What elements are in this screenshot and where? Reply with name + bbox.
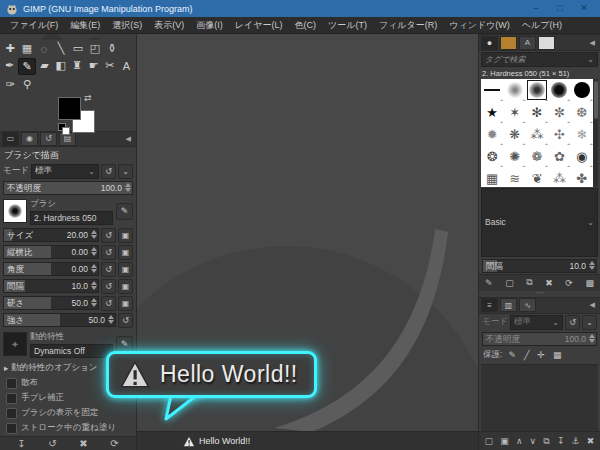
- tablet-link-icon[interactable]: ▣: [118, 296, 133, 311]
- brush-item[interactable]: ❦: [526, 167, 548, 187]
- brush-name-field[interactable]: 2. Hardness 050: [30, 211, 113, 225]
- maximize-button[interactable]: □: [548, 0, 572, 17]
- mode-dropdown[interactable]: 標準 ⌄: [31, 164, 99, 179]
- reset-icon[interactable]: ↺: [101, 279, 116, 294]
- edit-dynamics-icon[interactable]: ✎: [116, 336, 133, 353]
- eraser-tool[interactable]: ▰: [37, 58, 52, 73]
- tool-options-tab[interactable]: ▭: [2, 132, 19, 146]
- brush-item[interactable]: [481, 79, 503, 101]
- mode-reset-button[interactable]: ↺: [101, 164, 116, 179]
- option-checkbox[interactable]: ストローク中の重ね塗り: [0, 421, 136, 436]
- brush-item[interactable]: ❁: [526, 145, 548, 167]
- edit-brush-icon[interactable]: ✎: [116, 203, 133, 220]
- text-tool[interactable]: A: [119, 58, 134, 73]
- checkbox-box[interactable]: [6, 378, 17, 389]
- dock-menu-button[interactable]: ◀: [587, 39, 598, 47]
- tablet-link-icon[interactable]: ▣: [118, 228, 133, 243]
- spinner[interactable]: [125, 183, 131, 192]
- reset-icon[interactable]: ↺: [101, 262, 116, 277]
- lock-pixels-button[interactable]: ✎: [508, 350, 516, 360]
- lock-position-button[interactable]: ╱: [524, 350, 529, 360]
- menu-item[interactable]: フィルター(R): [373, 17, 443, 33]
- menu-item[interactable]: ヘルプ(H): [516, 17, 568, 33]
- layer-opacity-slider[interactable]: 不透明度 100.0: [482, 332, 597, 346]
- spinner[interactable]: [91, 264, 97, 273]
- refresh-brushes-button[interactable]: ⟳: [565, 278, 573, 288]
- layer-mode-dropdown[interactable]: 標準 ⌄: [510, 315, 563, 330]
- layers-tab[interactable]: ≡: [481, 298, 498, 312]
- brush-item[interactable]: ▦: [481, 167, 503, 187]
- spinner[interactable]: [91, 247, 97, 256]
- device-status-tab[interactable]: ◉: [21, 132, 38, 146]
- menu-item[interactable]: 編集(E): [64, 17, 106, 33]
- menu-item[interactable]: 色(C): [288, 17, 322, 33]
- brush-item[interactable]: ✻: [526, 101, 548, 123]
- brush-item[interactable]: ❂: [481, 145, 503, 167]
- tag-search-input[interactable]: [485, 55, 587, 64]
- color-picker-tool[interactable]: ✑: [2, 77, 18, 92]
- smudge-tool[interactable]: ☛: [86, 58, 101, 73]
- zoom-tool[interactable]: ⚲: [19, 77, 35, 92]
- blend-space-button[interactable]: ⌄: [118, 164, 133, 179]
- checkbox-box[interactable]: [6, 423, 17, 434]
- channels-tab[interactable]: ▥: [500, 298, 517, 312]
- reset-icon[interactable]: ↺: [101, 296, 116, 311]
- brush-item[interactable]: ✺: [503, 145, 525, 167]
- brush-item[interactable]: [548, 79, 570, 101]
- reset-icon[interactable]: ↺: [101, 245, 116, 260]
- reset-icon[interactable]: ↺: [118, 313, 133, 328]
- foreground-color-swatch[interactable]: [58, 97, 81, 120]
- brush-item[interactable]: ❋: [503, 123, 525, 145]
- menu-item[interactable]: ウィンドウ(W): [443, 17, 516, 33]
- spinner[interactable]: [108, 315, 114, 324]
- brush-item[interactable]: ✿: [548, 145, 570, 167]
- menu-item[interactable]: ツール(T): [322, 17, 373, 33]
- brush-spacing-slider[interactable]: 間隔 10.0: [482, 259, 597, 273]
- free-select-tool[interactable]: ◌: [36, 41, 52, 56]
- layer-blend-space-button[interactable]: ⌄: [582, 315, 597, 330]
- open-brush-as-image-button[interactable]: ▩: [585, 278, 594, 288]
- spinner[interactable]: [91, 281, 97, 290]
- checkbox-box[interactable]: [6, 393, 17, 404]
- measure-tool[interactable]: ╲: [53, 41, 69, 56]
- fonts-tab[interactable]: A: [519, 36, 536, 50]
- brush-grid-scrollbar[interactable]: [593, 79, 598, 187]
- spinner[interactable]: [91, 298, 97, 307]
- lock-size-button[interactable]: ✛: [537, 350, 545, 360]
- checkbox-box[interactable]: [6, 408, 17, 419]
- close-button[interactable]: ✕: [572, 0, 596, 17]
- brush-item[interactable]: ✣: [548, 123, 570, 145]
- menu-item[interactable]: 画像(I): [190, 17, 229, 33]
- chevron-down-icon[interactable]: ⌄: [587, 55, 594, 64]
- ink-tool[interactable]: ✒: [2, 58, 17, 73]
- default-colors-icon[interactable]: [58, 123, 67, 132]
- menu-item[interactable]: 選択(S): [106, 17, 148, 33]
- new-layer-group-button[interactable]: ▣: [500, 436, 509, 446]
- brush-item[interactable]: ◉: [571, 145, 593, 167]
- reset-tool-options-button[interactable]: ⟳: [110, 438, 118, 449]
- brush-item[interactable]: ✼: [548, 101, 570, 123]
- clone-tool[interactable]: ♜: [70, 58, 85, 73]
- dynamics-field[interactable]: Dynamics Off: [30, 344, 113, 358]
- tablet-link-icon[interactable]: ▣: [118, 245, 133, 260]
- swap-colors-icon[interactable]: ⇄: [84, 93, 92, 103]
- menu-item[interactable]: ファイル(F): [4, 17, 64, 33]
- layer-list[interactable]: [481, 364, 598, 432]
- minimize-button[interactable]: –: [524, 0, 548, 17]
- brush-item[interactable]: [526, 79, 548, 101]
- patterns-tab[interactable]: [500, 36, 517, 50]
- paths-tab[interactable]: ∿: [519, 298, 536, 312]
- brush-item[interactable]: ❄: [571, 123, 593, 145]
- tablet-link-icon[interactable]: ▣: [118, 279, 133, 294]
- tablet-link-icon[interactable]: ▣: [118, 262, 133, 277]
- gradient-tool[interactable]: ◧: [53, 58, 68, 73]
- move-tool[interactable]: ✚: [2, 41, 18, 56]
- new-layer-button[interactable]: ▢: [485, 436, 494, 446]
- brush-item[interactable]: [503, 79, 525, 101]
- merge-down-button[interactable]: ↧: [557, 436, 565, 446]
- tag-filter-dropdown[interactable]: Basic ⌄: [481, 188, 598, 257]
- menu-item[interactable]: 表示(V): [148, 17, 190, 33]
- crop-tool[interactable]: ▭: [70, 41, 86, 56]
- paintbrush-tool[interactable]: ✎: [18, 58, 35, 75]
- lower-layer-button[interactable]: ∨: [530, 436, 537, 446]
